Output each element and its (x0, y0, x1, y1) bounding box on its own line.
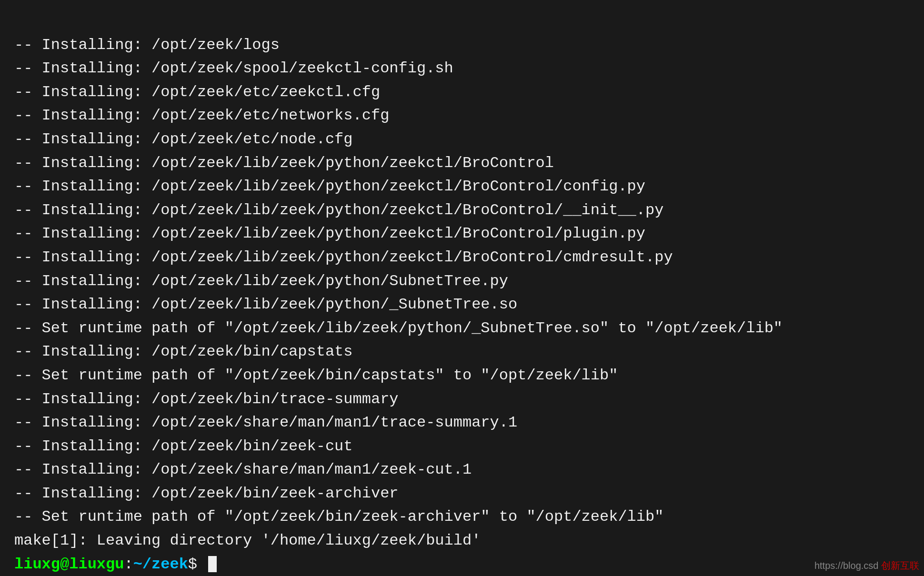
terminal-line: -- Installing: /opt/zeek/bin/zeek-archiv… (14, 482, 910, 506)
terminal-line: -- Installing: /opt/zeek/lib/zeek/python… (14, 151, 910, 175)
terminal-window: -- Installing: /opt/zeek/logs-- Installi… (0, 0, 924, 576)
terminal-line: -- Set runtime path of "/opt/zeek/lib/ze… (14, 317, 910, 340)
prompt-user: liuxg@liuxgu (14, 553, 124, 576)
terminal-line: -- Installing: /opt/zeek/bin/trace-summa… (14, 387, 910, 411)
prompt-dollar: $ (188, 553, 206, 576)
terminal-line: -- Installing: /opt/zeek/bin/zeek-cut (14, 435, 910, 458)
terminal-line: -- Installing: /opt/zeek/lib/zeek/python… (14, 222, 910, 246)
terminal-line: -- Set runtime path of "/opt/zeek/bin/ca… (14, 364, 910, 387)
terminal-line: -- Installing: /opt/zeek/etc/zeekctl.cfg (14, 80, 910, 104)
terminal-line: -- Installing: /opt/zeek/share/man/man1/… (14, 411, 910, 435)
prompt-separator: : (124, 553, 133, 576)
watermark-url: https://blog.csd (814, 560, 879, 571)
terminal-line: -- Set runtime path of "/opt/zeek/bin/ze… (14, 505, 910, 529)
prompt-line: liuxg@liuxgu:~/zeek$ (14, 553, 910, 576)
terminal-line: -- Installing: /opt/zeek/spool/zeekctl-c… (14, 57, 910, 80)
terminal-line: -- Installing: /opt/zeek/lib/zeek/python… (14, 199, 910, 222)
terminal-line: -- Installing: /opt/zeek/share/man/man1/… (14, 458, 910, 482)
terminal-line: -- Installing: /opt/zeek/etc/networks.cf… (14, 104, 910, 128)
terminal-line: -- Installing: /opt/zeek/bin/capstats (14, 340, 910, 364)
watermark-logo: 创新互联 (881, 560, 919, 571)
terminal-line: -- Installing: /opt/zeek/lib/zeek/python… (14, 175, 910, 199)
watermark: https://blog.csd 创新互联 (814, 559, 919, 572)
terminal-line: -- Installing: /opt/zeek/etc/node.cfg (14, 128, 910, 151)
terminal-line: -- Installing: /opt/zeek/lib/zeek/python… (14, 246, 910, 269)
terminal-line: -- Installing: /opt/zeek/logs (14, 33, 910, 57)
terminal-line: -- Installing: /opt/zeek/lib/zeek/python… (14, 269, 910, 293)
prompt-path: ~/zeek (133, 553, 188, 576)
terminal-cursor (208, 556, 217, 572)
terminal-line: make[1]: Leaving directory '/home/liuxg/… (14, 529, 910, 553)
terminal-line: -- Installing: /opt/zeek/lib/zeek/python… (14, 293, 910, 317)
